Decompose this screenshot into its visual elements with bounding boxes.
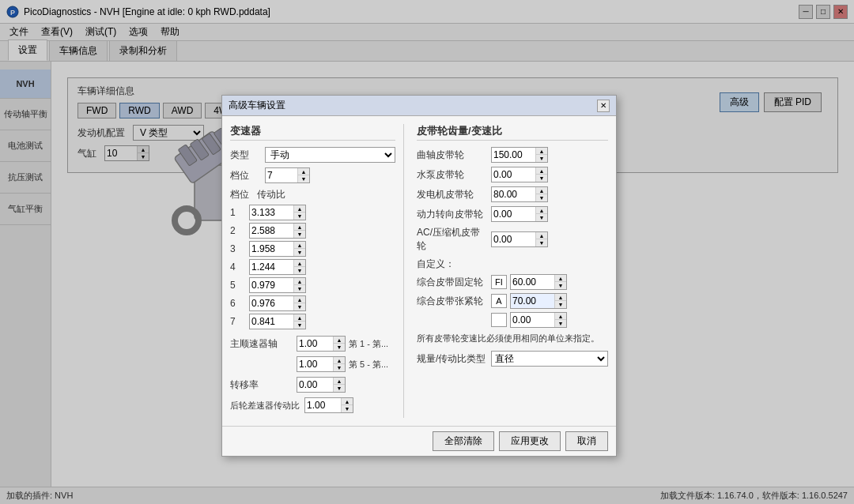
belt-crankshaft-arrows: ▲ ▼ (535, 148, 547, 162)
gear-ratio-input-5[interactable] (250, 278, 293, 292)
gear-ratio-up-6[interactable]: ▲ (294, 296, 305, 303)
rear-diff-input[interactable] (305, 398, 341, 412)
custom-down-3[interactable]: ▼ (555, 320, 566, 327)
gear-ratio-down-2[interactable]: ▼ (294, 231, 305, 238)
gear-ratio-down-6[interactable]: ▼ (294, 303, 305, 310)
belt-ac-input[interactable] (492, 232, 535, 246)
gear-ratio-spin-3[interactable]: ▲ ▼ (249, 241, 306, 257)
belt-ac-down[interactable]: ▼ (536, 239, 547, 246)
custom-spin-1[interactable]: ▲ ▼ (510, 274, 567, 290)
gear-ratio-spin-6[interactable]: ▲ ▼ (249, 295, 306, 311)
belt-ac-spin[interactable]: ▲ ▼ (491, 231, 548, 247)
slip-spin[interactable]: ▲ ▼ (297, 377, 346, 393)
gear-ratio-input-2[interactable] (250, 224, 293, 238)
gears-input[interactable] (266, 168, 297, 182)
gear-ratio-up-7[interactable]: ▲ (294, 314, 305, 322)
custom-up-2[interactable]: ▲ (555, 294, 566, 301)
belt-powersteering-up[interactable]: ▲ (536, 207, 547, 214)
slip-up[interactable]: ▲ (334, 378, 345, 385)
gear-ratio-input-3[interactable] (250, 242, 293, 256)
gear-ratio-up-2[interactable]: ▲ (294, 224, 305, 231)
custom-tag-1[interactable] (491, 275, 507, 289)
meas-row: 规量/传动比类型 直径 齿量 变速比 (417, 351, 608, 367)
gear-ratio-down-3[interactable]: ▼ (294, 249, 305, 256)
gears-label: 档位 (230, 169, 262, 182)
gearbox-section-title: 变速器 (230, 124, 395, 141)
belt-alternator-down[interactable]: ▼ (536, 194, 547, 201)
belt-alternator-label: 发电机皮带轮 (417, 188, 488, 201)
belt-powersteering-down[interactable]: ▼ (536, 214, 547, 221)
belt-crankshaft-down[interactable]: ▼ (536, 155, 547, 162)
belt-alternator-spin[interactable]: ▲ ▼ (491, 186, 548, 202)
gear-ratio-spin-4[interactable]: ▲ ▼ (249, 259, 306, 275)
apply-changes-button[interactable]: 应用更改 (499, 431, 561, 451)
custom-up-3[interactable]: ▲ (555, 313, 566, 320)
gear-ratio-input-7[interactable] (250, 314, 293, 329)
gear-ratio-down-1[interactable]: ▼ (294, 213, 305, 220)
gear-ratio-spin-1[interactable]: ▲ ▼ (249, 205, 306, 220)
rear-diff-up[interactable]: ▲ (342, 398, 353, 405)
gear-ratio-arrows-3: ▲ ▼ (293, 242, 305, 256)
belt-waterpump-up[interactable]: ▲ (536, 167, 547, 175)
main-shaft-section: 主顺速器轴 ▲ ▼ 第 1 - 第... (230, 336, 395, 413)
main-shaft-input-2[interactable] (297, 357, 333, 371)
gear-ratio-up-1[interactable]: ▲ (294, 205, 305, 213)
gears-spin[interactable]: ▲ ▼ (265, 167, 310, 183)
slip-down[interactable]: ▼ (334, 385, 345, 392)
belt-crankshaft-spin[interactable]: ▲ ▼ (491, 147, 548, 163)
custom-input-2[interactable] (511, 294, 554, 308)
custom-tag-2[interactable] (491, 294, 507, 308)
gear-ratio-up-4[interactable]: ▲ (294, 260, 305, 267)
dialog-close-button[interactable]: ✕ (597, 100, 610, 112)
gearbox-type-select[interactable]: 手动 自动 (265, 147, 395, 163)
main-shaft-input-1[interactable] (297, 337, 333, 351)
custom-down-2[interactable]: ▼ (555, 301, 566, 308)
slip-input[interactable] (297, 378, 333, 392)
gear-num-5: 5 (230, 280, 246, 291)
custom-up-1[interactable]: ▲ (555, 275, 566, 282)
gear-ratio-spin-7[interactable]: ▲ ▼ (249, 314, 306, 329)
dialog-title-bar: 高级车辆设置 ✕ (222, 96, 616, 116)
custom-input-1[interactable] (511, 275, 554, 289)
belt-powersteering-input[interactable] (492, 207, 535, 221)
belt-ac-arrows: ▲ ▼ (535, 232, 547, 246)
gear-ratio-up-3[interactable]: ▲ (294, 242, 305, 249)
main-shaft-spin-2[interactable]: ▲ ▼ (297, 356, 346, 372)
main-shaft-up-1[interactable]: ▲ (334, 337, 345, 344)
gear-ratio-input-6[interactable] (250, 296, 293, 310)
main-shaft-down-1[interactable]: ▼ (334, 344, 345, 351)
gear-ratio-up-5[interactable]: ▲ (294, 278, 305, 285)
gears-down[interactable]: ▼ (298, 175, 309, 182)
gear-ratio-down-4[interactable]: ▼ (294, 267, 305, 274)
belt-alternator-up[interactable]: ▲ (536, 187, 547, 194)
main-shaft-spin-1[interactable]: ▲ ▼ (297, 336, 346, 352)
meas-select[interactable]: 直径 齿量 变速比 (491, 351, 608, 367)
gear-ratio-down-5[interactable]: ▼ (294, 285, 305, 292)
custom-down-1[interactable]: ▼ (555, 282, 566, 289)
main-shaft-up-2[interactable]: ▲ (334, 357, 345, 364)
belt-powersteering-spin[interactable]: ▲ ▼ (491, 206, 548, 222)
rear-diff-spin[interactable]: ▲ ▼ (304, 397, 353, 413)
belt-waterpump-spin[interactable]: ▲ ▼ (491, 167, 548, 182)
advanced-vehicle-dialog: 高级车辆设置 ✕ 变速器 类型 手动 自动 档位 (221, 95, 617, 457)
belt-crankshaft-input[interactable] (492, 148, 535, 162)
clear-all-button[interactable]: 全部清除 (433, 431, 494, 451)
belt-waterpump-down[interactable]: ▼ (536, 175, 547, 182)
gears-up[interactable]: ▲ (298, 168, 309, 175)
belt-ac-up[interactable]: ▲ (536, 232, 547, 239)
belt-waterpump-input[interactable] (492, 167, 535, 182)
rear-diff-down[interactable]: ▼ (342, 405, 353, 412)
custom-tag-3[interactable] (491, 313, 507, 327)
custom-input-3[interactable] (511, 313, 554, 327)
main-shaft-down-2[interactable]: ▼ (334, 364, 345, 371)
cancel-button[interactable]: 取消 (565, 431, 608, 451)
custom-spin-3[interactable]: ▲ ▼ (510, 312, 567, 328)
gear-ratio-spin-2[interactable]: ▲ ▼ (249, 223, 306, 239)
belt-alternator-input[interactable] (492, 187, 535, 201)
gear-ratio-down-7[interactable]: ▼ (294, 322, 305, 329)
gear-ratio-input-4[interactable] (250, 260, 293, 274)
gear-ratio-spin-5[interactable]: ▲ ▼ (249, 277, 306, 293)
custom-spin-2[interactable]: ▲ ▼ (510, 293, 567, 309)
gear-ratio-input-1[interactable] (250, 205, 293, 220)
belt-crankshaft-up[interactable]: ▲ (536, 148, 547, 155)
